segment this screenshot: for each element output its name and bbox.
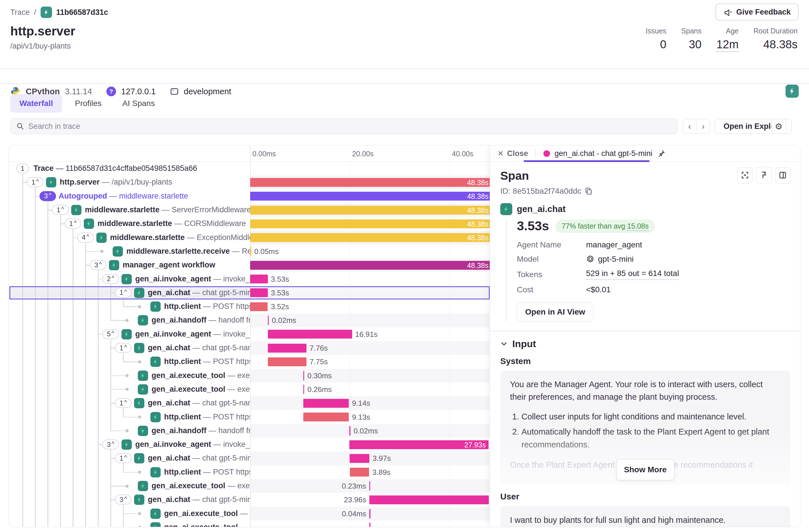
open-ai-view-button[interactable]: Open in AI View: [517, 302, 593, 322]
span-label[interactable]: gen_ai.execute_tool — execute_tool: [152, 371, 250, 380]
span-duration-bar[interactable]: 48.38s: [250, 192, 492, 200]
span-duration-bar[interactable]: 48.38s: [250, 206, 492, 215]
close-icon[interactable]: ✕: [497, 149, 504, 158]
input-section-header[interactable]: Input: [500, 338, 790, 350]
breadcrumb-trace-id[interactable]: 11b66587d31c: [56, 8, 108, 17]
span-duration-bar[interactable]: [350, 468, 369, 477]
span-nav: ‹ ›: [683, 119, 710, 134]
span-label[interactable]: Trace — 11b66587d31c4cffabe0549851585a66: [33, 164, 197, 173]
span-label[interactable]: gen_ai.chat — chat gpt-5-mini: [148, 495, 250, 504]
span-label[interactable]: gen_ai.invoke_agent — invoke_agent: [135, 440, 250, 449]
tab-profiles[interactable]: Profiles: [75, 94, 102, 112]
close-button[interactable]: Close: [507, 149, 528, 158]
span-label[interactable]: http.client — POST https://: [164, 468, 250, 477]
span-duration-bar[interactable]: 27.93s: [349, 440, 488, 449]
expand-pill[interactable]: 2^: [102, 274, 119, 284]
span-type-icon: [121, 274, 132, 284]
span-tree-cell: 1Trace — 11b66587d31c4cffabe0549851585a6…: [9, 162, 250, 175]
span-label[interactable]: http.server — /api/v1/buy-plants: [60, 178, 172, 187]
search-input[interactable]: Search in trace: [10, 118, 677, 134]
span-duration-bar[interactable]: [369, 495, 489, 504]
duration-badge: 77% faster than avg 15.08s: [555, 219, 655, 233]
profile-button[interactable]: [756, 167, 772, 183]
span-duration-bar[interactable]: [303, 412, 349, 422]
expand-pill[interactable]: 3^: [102, 440, 119, 449]
expand-pill[interactable]: 1^: [27, 177, 44, 187]
tab-waterfall[interactable]: Waterfall: [10, 94, 62, 112]
span-duration-bar[interactable]: [349, 426, 350, 436]
stat-spans: Spans 30: [681, 27, 702, 51]
give-feedback-button[interactable]: Give Feedback: [716, 3, 799, 21]
tab-ai-spans[interactable]: AI Spans: [122, 94, 155, 112]
span-tree-cell: gen_ai.handoff — handoff from: [9, 424, 250, 438]
span-label[interactable]: gen_ai.execute_tool — execute_tool: [152, 385, 250, 394]
span-duration-bar[interactable]: [369, 481, 371, 491]
span-duration-bar[interactable]: [268, 344, 307, 353]
expand-pill[interactable]: 5^: [102, 329, 119, 339]
tree-connector: [98, 279, 102, 280]
expand-pill[interactable]: 1^: [52, 205, 69, 215]
expand-pill[interactable]: 1^: [65, 218, 81, 229]
span-duration-bar[interactable]: 48.38s: [250, 219, 492, 228]
span-label[interactable]: gen_ai.chat — chat gpt-5-nano: [148, 398, 250, 407]
expand-pill[interactable]: 3^: [90, 260, 106, 270]
span-duration-bar[interactable]: [250, 302, 268, 311]
span-label[interactable]: manager_agent workflow: [123, 261, 215, 269]
span-duration-bar[interactable]: 48.38s: [250, 261, 492, 270]
span-duration-bar[interactable]: 48.38s: [250, 178, 492, 187]
pin-icon[interactable]: [657, 149, 666, 158]
span-label[interactable]: gen_ai.execute_tool — execute_tool: [152, 481, 250, 490]
settings-button[interactable]: ⚙: [771, 119, 786, 134]
span-label[interactable]: gen_ai.handoff — handoff from: [152, 426, 250, 435]
tree-lane-divider[interactable]: [250, 145, 251, 527]
span-duration-bar[interactable]: [303, 399, 349, 408]
focus-span-button[interactable]: [737, 167, 753, 183]
span-label[interactable]: middleware.starlette — ServerErrorMiddle…: [85, 206, 250, 214]
expand-pill[interactable]: 1^: [115, 343, 132, 353]
prev-span-button[interactable]: ‹: [683, 119, 696, 134]
span-label[interactable]: middleware.starlette — ExceptionMiddlewa…: [110, 233, 250, 242]
sentry-project-icon[interactable]: [786, 85, 799, 98]
expand-pill[interactable]: 1^: [115, 398, 132, 408]
span-label[interactable]: middleware.starlette.receive — Request: [126, 247, 250, 256]
span-label[interactable]: http.client — POST https://: [164, 357, 250, 366]
span-label[interactable]: http.client — POST https://: [164, 412, 250, 422]
span-duration-bar[interactable]: [303, 385, 305, 394]
span-duration-bar[interactable]: [268, 315, 269, 325]
field-value-text[interactable]: 529 in + 85 out = 614 total: [586, 269, 679, 280]
span-tree-cell: http.client — POST https://: [9, 410, 250, 424]
breadcrumb-trace-link[interactable]: Trace: [10, 8, 30, 17]
span-label[interactable]: gen_ai.invoke_agent — invoke_agent: [135, 330, 250, 339]
stat-age-value[interactable]: 12m: [717, 38, 739, 52]
layout-toggle-button[interactable]: [775, 167, 790, 183]
span-label[interactable]: gen_ai.handoff — handoff from: [152, 316, 250, 324]
expand-pill[interactable]: 1: [16, 163, 29, 174]
expand-pill[interactable]: 4^: [77, 233, 94, 243]
expand-pill[interactable]: 1^: [115, 453, 132, 463]
span-label[interactable]: gen_ai.chat — chat gpt-5-mini: [148, 454, 250, 463]
span-label[interactable]: middleware.starlette — CORSMiddleware: [98, 219, 246, 228]
span-duration-bar[interactable]: [350, 454, 369, 463]
span-duration-bar[interactable]: [369, 522, 371, 527]
expand-pill[interactable]: 3^: [115, 495, 132, 504]
span-duration-bar[interactable]: [268, 330, 352, 339]
span-duration-bar[interactable]: [303, 371, 305, 380]
span-duration-bar[interactable]: [250, 274, 268, 283]
span-duration-bar[interactable]: 48.38s: [250, 233, 492, 242]
span-label[interactable]: gen_ai.execute_tool — execute_tool: [164, 509, 250, 518]
avg-duration[interactable]: 15.08s: [627, 222, 649, 231]
show-more-button[interactable]: Show More: [616, 459, 674, 480]
copy-icon[interactable]: [585, 187, 592, 195]
span-duration-bar[interactable]: [369, 509, 371, 518]
span-label[interactable]: gen_ai.chat — chat gpt-5-nano: [148, 343, 250, 352]
next-span-button[interactable]: ›: [696, 119, 710, 134]
span-label[interactable]: Autogrouped — middleware.starlette: [58, 192, 188, 200]
span-type-icon: [121, 440, 132, 450]
span-label[interactable]: gen_ai.invoke_agent — invoke_agent: [135, 274, 250, 283]
span-label[interactable]: http.client — POST https://: [164, 302, 250, 311]
span-duration-bar[interactable]: [268, 357, 307, 366]
span-duration-bar[interactable]: [250, 247, 251, 256]
panel-tab-label[interactable]: gen_ai.chat - chat gpt-5-mini: [555, 149, 652, 158]
span-label[interactable]: gen_ai.execute_tool — execute_tool: [164, 523, 250, 527]
expand-pill[interactable]: 3^: [39, 191, 56, 201]
